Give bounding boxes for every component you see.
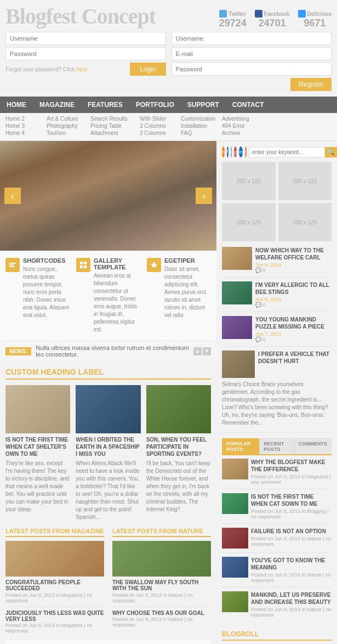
tab-recent[interactable]: RECENT POSTS — [259, 438, 294, 454]
delicious-count: 9671 — [298, 18, 332, 29]
nav-sub-home4[interactable]: Home 4 — [5, 130, 47, 136]
feature-text-egetiper: Dolor sit amet, consectetur adipiscing e… — [164, 265, 211, 319]
latest-magazine-thumb — [5, 541, 104, 577]
gallery-icon — [76, 258, 90, 272]
recent-thumb — [222, 459, 248, 479]
nav-sub-3columns[interactable]: 3 Columns — [140, 123, 181, 129]
latest-magazine-sub: JUDICIOUSLY THIS LESS WAS QUITE VERY LES… — [5, 607, 104, 634]
recent-thumb — [222, 591, 248, 612]
svg-marker-7 — [151, 262, 157, 268]
prefer-vehicle-post: I PREFER A VEHICLE THAT DOESN'T HURT Sel… — [222, 351, 332, 433]
register-password-input[interactable] — [172, 63, 332, 76]
nav-sub-attachment[interactable]: Attachment — [90, 130, 140, 136]
post-card-0: IS NOT THE FIRST TIME WHEN CAT SHELTER'S… — [5, 385, 70, 521]
social-icon-google[interactable]: g — [234, 146, 237, 157]
sidebar-post-comments: 💬 0 — [255, 302, 332, 308]
nav-sub-home2[interactable]: Home 2 — [5, 116, 47, 122]
nav-dropdown-row: Home 2 Home 3 Home 4 Art & Culture Photo… — [0, 113, 337, 141]
feature-title-shortcodes: SHORTCODES — [23, 257, 70, 264]
news-prev-button[interactable]: ▲ — [193, 347, 202, 355]
delicious-icon — [298, 10, 306, 18]
prefer-vehicle-thumb — [222, 351, 255, 378]
nav-item-portfolio[interactable]: PORTFOLIO — [129, 97, 181, 113]
register-button[interactable]: Register — [290, 78, 332, 91]
latest-nature-sub-title: WHY CHOOSE THIS AS OUR GOAL — [112, 610, 211, 616]
sidebar-post-title: YOU YOUNG MANKIND PUZZLE MISSING A PIECE — [255, 316, 332, 330]
feature-title-gallery: GALLERY TEMPLATE — [94, 257, 140, 270]
social-icon-linkedin[interactable]: in — [239, 146, 243, 157]
tabs-header: POPULAR POSTS RECENT POSTS COMMENTS — [222, 438, 332, 455]
nav-item-features[interactable]: FEATURES — [81, 97, 129, 113]
post-text-1: When Aliens Attack We'll need to have a … — [76, 460, 140, 521]
post-title-0: IS NOT THE FIRST TIME WHEN CAT SHELTER'S… — [5, 436, 70, 457]
recent-thumb — [222, 493, 248, 514]
latest-posts-section: LATEST POSTS FROM MAGAZINE CONGRATULATIN… — [5, 528, 211, 634]
recent-post-title: WHY THE BLOGFEST MAKE THE DIFFERENCE — [251, 459, 332, 473]
post-card-2: SON, WHEN YOU FEEL PARTICIPATE IN SPORTI… — [146, 385, 211, 521]
sidebar-post-date: Jun 8, 2013 — [255, 297, 332, 302]
social-stats: Twitter 29724 Facebook 24701 Delicious 9… — [219, 5, 332, 29]
recent-post-meta: Posted on Jun 8, 2013 in Nature | no res… — [251, 607, 332, 618]
news-text: Nulla ultrices massa viverra tortor rutr… — [36, 344, 189, 358]
social-icon-blogger[interactable]: b — [222, 146, 225, 157]
ad-box-4: 200 x 125 — [278, 203, 332, 241]
nav-item-magazine[interactable]: MAGAZINE — [33, 97, 81, 113]
sidebar-search-button[interactable]: 🔍 — [325, 147, 337, 157]
nav-sub-faq[interactable]: FAQ — [181, 130, 222, 136]
post-title-1: WHEN I ORBITED THE EARTH IN A SPACESHIP … — [76, 436, 140, 457]
tab-popular[interactable]: POPULAR POSTS — [222, 438, 259, 454]
register-username-input[interactable] — [172, 32, 332, 45]
recent-thumb — [222, 557, 248, 578]
nav-sub-archive[interactable]: Archive — [222, 130, 263, 136]
sidebar-post-1: I'M VERY ALLERGIC TO ALL BEE STINGS Jun … — [222, 281, 332, 312]
svg-rect-5 — [80, 265, 83, 268]
sidebar-post-thumb — [222, 316, 252, 339]
latest-magazine-sub-meta: Posted on Jun 5, 2013 in Magazine | no r… — [5, 623, 104, 634]
nav-sub-tourism[interactable]: Tourism — [47, 130, 90, 136]
latest-magazine-main-title: CONGRATULATING PEOPLE SUCCEEDED — [5, 579, 104, 591]
post-text-0: They're like sex, except I'm having them… — [5, 460, 70, 513]
recent-post-meta: Posted on Jun 8, 2013 in Nature | no res… — [251, 536, 332, 547]
login-password-input[interactable] — [5, 47, 166, 60]
nav-item-support[interactable]: SUPPORT — [181, 97, 226, 113]
nav-sub-pricingtable[interactable]: Pricing Table — [90, 123, 140, 129]
social-icon-facebook[interactable]: f — [227, 146, 229, 157]
recent-post-2: FAILURE IS NOT AN OPTION Posted on Jun 8… — [222, 528, 332, 553]
tab-content: WHY THE BLOGFEST MAKE THE DIFFERENCE Pos… — [222, 455, 332, 625]
social-icon-twitter[interactable]: t — [231, 146, 232, 157]
news-label: NEWS: — [5, 347, 31, 355]
slider-next-button[interactable]: › — [196, 188, 212, 204]
nav-sub-installation[interactable]: Installation — [181, 123, 222, 129]
nav-sub-advertising[interactable]: Advertising — [222, 116, 263, 122]
nav-sub-customization[interactable]: Customization — [181, 116, 222, 122]
recent-post-title: MANKIND, LET US PRESERVE AND INCREASE TH… — [251, 591, 332, 606]
ad-box-2: 200 x 125 — [278, 162, 332, 200]
social-icon-rss[interactable]: r — [245, 146, 247, 157]
nav-item-contact[interactable]: CONTACT — [226, 97, 271, 113]
news-next-button[interactable]: ▼ — [203, 347, 211, 355]
login-form: Forgot your password? Click here Login — [5, 32, 166, 91]
nav-sub-2columns[interactable]: 2 Columns — [140, 130, 181, 136]
slider-prev-button[interactable]: ‹ — [4, 188, 21, 204]
register-form: Register — [172, 32, 332, 91]
nav-sub-home3[interactable]: Home 3 — [5, 123, 47, 129]
post-thumb-1 — [76, 385, 140, 433]
tab-comments[interactable]: COMMENTS — [294, 438, 332, 454]
forgot-password-link[interactable]: here — [77, 66, 88, 72]
login-username-input[interactable] — [5, 32, 166, 45]
nav-sub-withslider[interactable]: With Slider — [140, 116, 181, 122]
nav-sub-photography[interactable]: Photography — [47, 123, 90, 129]
nav-sub-404error[interactable]: 404 Error — [222, 123, 263, 129]
sidebar-search-input[interactable] — [249, 147, 325, 157]
nav-sub-searchresults[interactable]: Search Results — [90, 116, 140, 122]
nav-item-home[interactable]: HOME — [0, 97, 33, 113]
login-button[interactable]: Login — [130, 63, 165, 76]
sidebar-post-comments: 💬 0 — [255, 337, 332, 342]
feature-text-gallery: Aenean eros at bibendum consectetur ut v… — [94, 272, 140, 334]
feature-egetiper: EGETIPER Dolor sit amet, consectetur adi… — [147, 257, 211, 334]
sidebar-post-0: NOW WHICH WAY TO THE WELFARE OFFICE CARL… — [222, 247, 332, 278]
register-email-input[interactable] — [172, 47, 332, 60]
nav-sub-artculture[interactable]: Art & Culture — [47, 116, 90, 122]
svg-rect-6 — [84, 265, 87, 268]
latest-nature-sub: WHY CHOOSE THIS AS OUR GOAL Posted on Ju… — [112, 607, 211, 628]
